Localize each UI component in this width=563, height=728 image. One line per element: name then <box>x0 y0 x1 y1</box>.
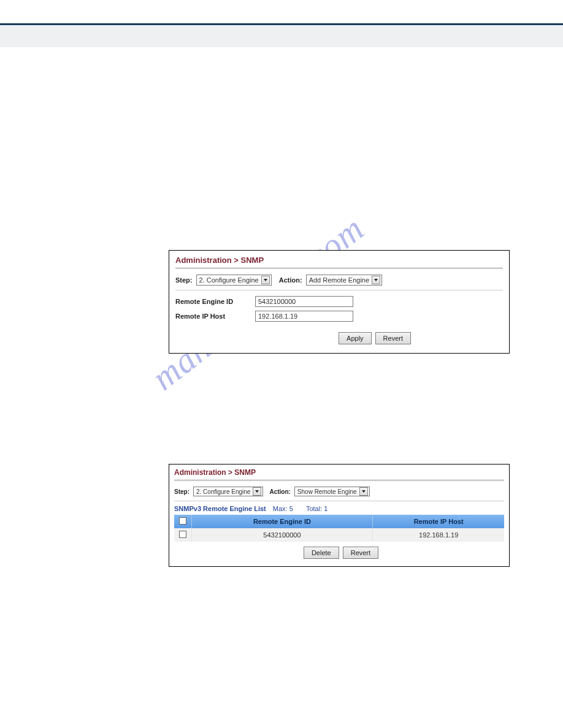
chevron-down-icon <box>253 487 261 496</box>
remote-engine-list-caption: SNMPv3 Remote Engine List Max: 5 Total: … <box>174 505 504 512</box>
panel-divider <box>175 267 503 269</box>
snmp-add-remote-engine-panel: Administration > SNMP Step: 2. Configure… <box>169 250 510 354</box>
remote-ip-host-input[interactable]: 192.168.1.19 <box>255 311 353 322</box>
action-select-value: Show Remote Engine <box>297 488 357 495</box>
action-select[interactable]: Add Remote Engine <box>306 275 382 286</box>
chevron-down-icon <box>261 276 270 284</box>
step-select[interactable]: 2. Configure Engine <box>196 275 272 286</box>
chevron-down-icon <box>372 276 380 284</box>
action-select-value: Add Remote Engine <box>309 276 369 284</box>
snmp-show-remote-engine-panel: Administration > SNMP Step: 2. Configure… <box>169 464 510 567</box>
table-header-ip-host: Remote IP Host <box>373 515 504 528</box>
panel-subdivider <box>174 501 504 501</box>
breadcrumb: Administration > SNMP <box>174 468 504 477</box>
select-all-checkbox[interactable] <box>179 517 186 525</box>
breadcrumb: Administration > SNMP <box>175 256 503 265</box>
step-select-value: 2. Configure Engine <box>199 276 259 284</box>
cell-ip-host: 192.168.1.19 <box>373 528 504 542</box>
table-row: 5432100000 192.168.1.19 <box>174 528 504 542</box>
action-select[interactable]: Show Remote Engine <box>294 487 370 496</box>
chevron-down-icon <box>359 487 368 496</box>
row-checkbox[interactable] <box>179 531 186 538</box>
remote-ip-host-label: Remote IP Host <box>175 313 255 320</box>
remote-ip-host-value: 192.168.1.19 <box>258 313 297 320</box>
list-max: Max: 5 <box>273 505 293 512</box>
panel-divider <box>174 479 504 481</box>
step-select[interactable]: 2. Configure Engine <box>193 487 263 496</box>
step-label: Step: <box>175 276 196 284</box>
panel-subdivider <box>175 290 503 290</box>
apply-button[interactable]: Apply <box>339 332 372 344</box>
step-label: Step: <box>174 488 193 495</box>
revert-button[interactable]: Revert <box>375 332 411 344</box>
remote-engine-id-input[interactable]: 5432100000 <box>255 296 353 307</box>
cell-engine-id: 5432100000 <box>191 528 373 542</box>
list-total: Total: 1 <box>306 505 327 512</box>
page-header-band <box>0 25 563 47</box>
delete-button[interactable]: Delete <box>304 547 339 559</box>
list-title: SNMPv3 Remote Engine List <box>174 505 266 512</box>
table-header-engine-id: Remote Engine ID <box>191 515 373 528</box>
action-label: Action: <box>279 276 306 284</box>
revert-button[interactable]: Revert <box>343 547 378 559</box>
remote-engine-id-label: Remote Engine ID <box>175 298 255 305</box>
action-label: Action: <box>269 488 294 495</box>
step-select-value: 2. Configure Engine <box>196 488 250 495</box>
remote-engine-table: Remote Engine ID Remote IP Host 54321000… <box>174 515 504 542</box>
remote-engine-id-value: 5432100000 <box>258 298 296 305</box>
table-header-checkbox <box>174 515 191 528</box>
